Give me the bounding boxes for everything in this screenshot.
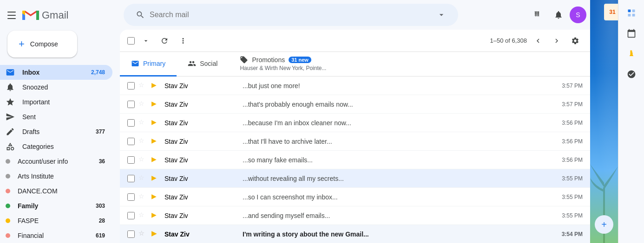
email-checkbox[interactable] (127, 193, 135, 201)
prev-page-button[interactable] (531, 33, 545, 48)
more-options-button[interactable] (176, 33, 191, 48)
svg-rect-9 (536, 13, 538, 14)
sidebar-item-categories[interactable]: Categories (0, 139, 112, 154)
account-user-info-count: 36 (99, 158, 105, 165)
sidebar-item-inbox[interactable]: Inbox 2,748 (0, 65, 112, 80)
sidebar-item-financial[interactable]: Financial 619 (0, 228, 112, 243)
tabs: Primary Social Promotions 31 new Hauser … (120, 52, 590, 77)
calendar-side-icon[interactable] (622, 24, 641, 43)
search-options-icon[interactable] (432, 6, 451, 24)
sender-name: Stav Ziv (164, 175, 239, 182)
email-list: ☆ ▶ Stav Ziv ...but just one more! 3:57 … (120, 77, 590, 243)
email-checkbox[interactable] (127, 156, 135, 164)
sidebar-item-account-user-info[interactable]: Account/user info 36 (0, 154, 112, 169)
top-bar: S (120, 0, 590, 30)
tab-social-label: Social (200, 60, 217, 67)
inbox-label: Inbox (22, 69, 91, 76)
email-row[interactable]: ☆ ▶ Stav Ziv ...that's probably enough e… (120, 95, 590, 114)
email-row[interactable]: ☆ ▶ Stav Ziv ...without revealing all my… (120, 169, 590, 188)
tasks-check-icon[interactable] (622, 65, 641, 83)
email-checkbox[interactable] (127, 212, 135, 219)
sidebar-item-snoozed[interactable]: Snoozed (0, 80, 112, 95)
refresh-button[interactable] (157, 33, 172, 48)
add-button[interactable]: + (595, 215, 613, 234)
calendar-day[interactable]: 31 (604, 4, 618, 20)
star-icon[interactable]: ☆ (138, 211, 148, 220)
sidebar-item-drafts[interactable]: Drafts 377 (0, 124, 112, 139)
search-icon[interactable] (131, 6, 150, 24)
star-icon[interactable]: ☆ (138, 81, 148, 90)
email-checkbox[interactable] (127, 82, 135, 90)
next-page-button[interactable] (549, 33, 564, 48)
hamburger-button[interactable] (4, 8, 20, 23)
email-row[interactable]: ☆ ▶ Stav Ziv I'm writing a story about t… (120, 225, 590, 243)
keep-icon[interactable] (622, 45, 641, 63)
email-checkbox[interactable] (127, 101, 135, 108)
star-icon[interactable]: ☆ (138, 137, 148, 146)
email-container: 1–50 of 6,308 Primary Social (120, 30, 590, 243)
star-icon[interactable]: ☆ (138, 230, 148, 239)
tab-primary-label: Primary (143, 60, 165, 67)
sidebar-item-sent[interactable]: Sent (0, 109, 112, 124)
select-dropdown-button[interactable] (138, 33, 153, 48)
sidebar-item-family[interactable]: Family 303 (0, 198, 112, 213)
email-checkbox[interactable] (127, 138, 135, 145)
email-checkbox[interactable] (127, 230, 135, 238)
settings-button[interactable] (568, 33, 583, 48)
sidebar-item-important[interactable]: Important (0, 95, 112, 109)
email-subject: ...without revealing all my secrets... (243, 175, 554, 182)
star-icon[interactable]: ☆ (138, 192, 148, 202)
email-row[interactable]: ☆ ▶ Stav Ziv ...because I'm an inbox cle… (120, 114, 590, 132)
email-row[interactable]: ☆ ▶ Stav Ziv ...so many fake emails... 3… (120, 151, 590, 169)
search-input[interactable] (150, 11, 432, 19)
star-icon[interactable]: ☆ (138, 155, 148, 165)
email-row[interactable]: ☆ ▶ Stav Ziv ...that I'll have to archiv… (120, 132, 590, 151)
apps-icon[interactable] (529, 6, 547, 24)
email-subject: ...but just one more! (243, 82, 554, 90)
svg-rect-6 (536, 12, 538, 13)
email-row[interactable]: ☆ ▶ Stav Ziv ...but just one more! 3:57 … (120, 77, 590, 95)
email-row[interactable]: ☆ ▶ Stav Ziv ...and sending myself email… (120, 206, 590, 225)
star-icon[interactable]: ☆ (138, 100, 148, 109)
sender-name: Stav Ziv (164, 82, 239, 90)
forward-arrow-icon: ▶ (151, 155, 161, 165)
sender-name: Stav Ziv (164, 101, 239, 108)
snoozed-label: Snoozed (22, 83, 105, 91)
search-bar (124, 4, 458, 26)
right-panel: 31 + (590, 0, 618, 243)
email-subject: I'm writing a story about the new Gmail.… (243, 230, 554, 238)
email-time: 3:54 PM (562, 231, 583, 237)
email-time: 3:57 PM (562, 83, 583, 89)
star-icon[interactable]: ☆ (138, 118, 148, 128)
sidebar-item-dance-com[interactable]: DANCE.COM (0, 184, 112, 198)
arts-institute-dot (6, 174, 10, 179)
compose-button[interactable]: + Compose (7, 31, 77, 58)
notifications-icon[interactable] (549, 6, 568, 24)
email-checkbox[interactable] (127, 119, 135, 127)
financial-dot (6, 233, 10, 238)
forward-arrow-icon: ▶ (151, 81, 161, 90)
tab-primary[interactable]: Primary (120, 52, 177, 77)
main-area: S 1–50 of 6,308 (120, 0, 590, 243)
tab-social[interactable]: Social (177, 52, 229, 77)
drafts-label: Drafts (22, 128, 96, 135)
gmail-logo[interactable]: Gmail (20, 9, 72, 22)
sidebar-item-faspe[interactable]: FASPE 28 (0, 213, 112, 228)
dance-com-dot (6, 189, 10, 193)
drafts-icon (6, 127, 15, 136)
forward-arrow-icon: ▶ (151, 137, 161, 146)
calendar-day-number: 31 (609, 9, 615, 15)
select-all-checkbox[interactable] (127, 37, 135, 45)
star-icon[interactable]: ☆ (138, 174, 148, 183)
email-subject: ...and sending myself emails... (243, 212, 554, 219)
avatar[interactable]: S (570, 6, 586, 23)
financial-label: Financial (18, 232, 96, 239)
sent-label: Sent (22, 113, 105, 121)
email-subject: ...so many fake emails... (243, 156, 554, 164)
sidebar-item-arts-institute[interactable]: Arts Institute (0, 169, 112, 184)
email-checkbox[interactable] (127, 175, 135, 182)
tasks-icon[interactable] (622, 4, 641, 22)
sender-name: Stav Ziv (164, 230, 239, 238)
email-row[interactable]: ☆ ▶ Stav Ziv ...so I can screenshot my i… (120, 188, 590, 206)
tab-promotions[interactable]: Promotions 31 new Hauser & Wirth New Yor… (229, 52, 337, 77)
